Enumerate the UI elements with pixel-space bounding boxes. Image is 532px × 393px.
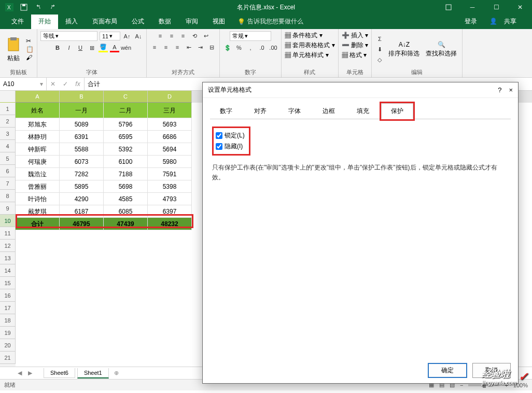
cell[interactable]: 戴梦琪 <box>16 205 60 218</box>
autosum-icon[interactable]: Σ <box>375 34 384 44</box>
shrink-font-icon[interactable]: A↓ <box>134 32 143 41</box>
comma-icon[interactable]: , <box>246 43 255 52</box>
cell[interactable]: 5698 <box>104 180 148 193</box>
sheet-tab[interactable]: Sheet1 <box>77 368 109 378</box>
row-header[interactable]: 14 <box>0 264 16 277</box>
cell[interactable]: 5796 <box>104 118 148 131</box>
clear-icon[interactable]: ◇ <box>375 55 384 64</box>
minimize-icon[interactable]: ─ <box>460 0 484 15</box>
cell[interactable]: 4585 <box>104 193 148 205</box>
row-header[interactable]: 19 <box>0 327 16 339</box>
row-header[interactable]: 1 <box>0 103 16 115</box>
row-header[interactable]: 13 <box>0 252 16 264</box>
delete-cells-button[interactable]: ➖ 删除 ▾ <box>342 41 369 50</box>
inc-decimal-icon[interactable]: .0 <box>257 43 267 52</box>
cell[interactable]: 姓名 <box>16 103 60 118</box>
cell-styles-button[interactable]: ▦ 单元格样式 ▾ <box>285 51 329 60</box>
bold-button[interactable]: B <box>53 43 62 52</box>
row-header[interactable]: 18 <box>0 314 16 327</box>
row-header[interactable]: 10 <box>0 215 16 227</box>
border-icon[interactable]: ⊞ <box>87 43 96 52</box>
cell[interactable]: 林静玥 <box>16 131 60 143</box>
cell[interactable]: 曾雅丽 <box>16 180 60 193</box>
cell[interactable]: 三月 <box>148 103 192 118</box>
dlg-tab-font[interactable]: 字体 <box>278 103 311 119</box>
row-header[interactable]: 11 <box>0 227 16 240</box>
col-header[interactable]: B <box>60 91 104 103</box>
cell[interactable]: 5980 <box>148 156 192 168</box>
col-header[interactable]: C <box>104 91 148 103</box>
maximize-icon[interactable]: ☐ <box>484 0 508 15</box>
tab-data[interactable]: 数据 <box>151 14 178 29</box>
grow-font-icon[interactable]: A↑ <box>122 32 132 41</box>
add-sheet-icon[interactable]: ⊕ <box>111 370 122 376</box>
row-header[interactable]: 21 <box>0 352 16 364</box>
tab-home[interactable]: 开始 <box>31 14 58 29</box>
cancel-formula-icon[interactable]: ✕ <box>47 80 59 88</box>
row-header[interactable]: 9 <box>0 202 16 215</box>
row-header[interactable]: 15 <box>0 277 16 289</box>
fill-color-icon[interactable]: 🪣 <box>99 43 108 52</box>
dlg-tab-number[interactable]: 数字 <box>210 103 242 119</box>
cond-format-button[interactable]: ▦ 条件格式 ▾ <box>285 31 323 40</box>
row-header[interactable]: 12 <box>0 240 16 252</box>
wrap-text-icon[interactable]: ↩ <box>201 31 211 40</box>
font-color-icon[interactable]: A <box>110 43 119 52</box>
dialog-close-icon[interactable]: × <box>509 86 513 94</box>
tab-file[interactable]: 文件 <box>4 14 31 29</box>
font-name-combo[interactable]: 等线 ▾ <box>40 31 97 41</box>
align-top-icon[interactable]: ≡ <box>156 31 165 40</box>
align-bottom-icon[interactable]: ≡ <box>178 31 188 40</box>
sort-filter-button[interactable]: A↓Z 排序和筛选 <box>386 40 422 59</box>
enter-formula-icon[interactable]: ✓ <box>59 80 72 88</box>
cell[interactable]: 一月 <box>60 103 104 118</box>
tell-me[interactable]: 💡告诉我您想要做什么 <box>232 14 309 29</box>
cell[interactable]: 46795 <box>60 218 104 230</box>
dlg-tab-border[interactable]: 边框 <box>313 103 345 119</box>
cell[interactable]: 6100 <box>104 156 148 168</box>
align-right-icon[interactable]: ≡ <box>173 43 182 52</box>
cell[interactable]: 48232 <box>148 218 192 230</box>
cell[interactable]: 5895 <box>60 180 104 193</box>
row-header[interactable]: 2 <box>0 115 16 128</box>
find-select-button[interactable]: 🔍 查找和选择 <box>424 40 459 59</box>
align-left-icon[interactable]: ≡ <box>150 43 159 52</box>
ribbon-options-icon[interactable] <box>437 0 460 15</box>
sheet-tab[interactable]: Sheet6 <box>44 368 75 378</box>
indent-left-icon[interactable]: ⇤ <box>184 43 193 52</box>
tab-review[interactable]: 审阅 <box>178 14 205 29</box>
cell[interactable]: 合计 <box>16 218 60 230</box>
cell[interactable]: 6595 <box>104 131 148 143</box>
cell[interactable]: 7591 <box>148 168 192 180</box>
hide-checkbox[interactable]: 隐藏(I) <box>216 141 245 152</box>
cell[interactable]: 7282 <box>60 168 104 180</box>
cell[interactable]: 5089 <box>60 118 104 131</box>
font-size-combo[interactable]: 11 ▾ <box>100 32 120 40</box>
cell[interactable]: 二月 <box>104 103 148 118</box>
orientation-icon[interactable]: ⟲ <box>190 31 199 40</box>
cell[interactable]: 47439 <box>104 218 148 230</box>
cell[interactable]: 魏浩泣 <box>16 168 60 180</box>
align-middle-icon[interactable]: ≡ <box>167 31 176 40</box>
close-icon[interactable]: ✕ <box>508 0 532 15</box>
cell[interactable]: 6073 <box>60 156 104 168</box>
row-header[interactable]: 16 <box>0 289 16 302</box>
format-cells-button[interactable]: ▦ 格式 ▾ <box>342 51 367 60</box>
tab-view[interactable]: 视图 <box>205 14 232 29</box>
paste-button[interactable]: 粘贴 <box>3 35 24 64</box>
tab-nav-prev-icon[interactable]: ◀ <box>16 370 24 376</box>
login-button[interactable]: 登录 <box>459 14 482 29</box>
row-header[interactable]: 8 <box>0 190 16 202</box>
cell[interactable]: 5693 <box>148 118 192 131</box>
dlg-tab-align[interactable]: 对齐 <box>244 103 276 119</box>
cell[interactable]: 5392 <box>104 143 148 156</box>
fill-icon[interactable]: ⬇ <box>375 45 384 54</box>
cell[interactable]: 5694 <box>148 143 192 156</box>
row-header[interactable]: 6 <box>0 165 16 177</box>
cell[interactable]: 4290 <box>60 193 104 205</box>
currency-icon[interactable]: 💲 <box>223 43 232 52</box>
align-center-icon[interactable]: ≡ <box>161 43 171 52</box>
dec-decimal-icon[interactable]: .00 <box>269 43 278 52</box>
row-header[interactable]: 20 <box>0 339 16 352</box>
row-header[interactable]: 3 <box>0 128 16 140</box>
